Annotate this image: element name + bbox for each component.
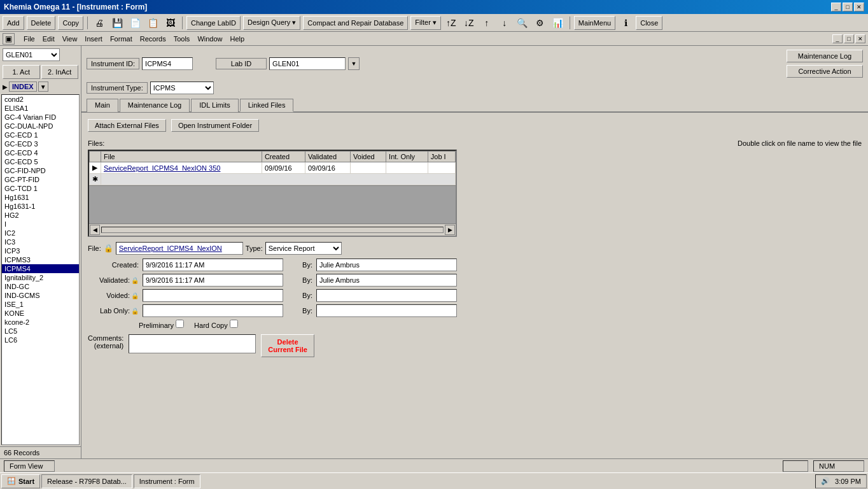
list-item[interactable]: Ignitability_2 [2, 273, 79, 282]
design-query-button[interactable]: Design Query ▾ [243, 16, 300, 30]
voided-date-input[interactable] [143, 289, 283, 302]
start-button[interactable]: 🪟 Start [1, 474, 40, 488]
list-item[interactable]: GC-ECD 3 [2, 139, 79, 148]
validated-by-input[interactable] [316, 274, 457, 287]
act-2-button[interactable]: 2. InAct [41, 65, 79, 79]
menu-format[interactable]: Format [106, 34, 136, 44]
list-item[interactable]: KONE [2, 309, 79, 318]
list-item[interactable]: GC-ECD 5 [2, 157, 79, 166]
instrument-type-select[interactable]: ICPMS [150, 82, 214, 94]
type-select[interactable]: Service Report Other Certificate Manual [265, 242, 342, 255]
list-item[interactable]: LC5 [2, 327, 79, 336]
attach-external-files-button[interactable]: Attach External Files [88, 119, 166, 132]
menu-help[interactable]: Help [227, 34, 249, 44]
list-item[interactable]: ICP3 [2, 246, 79, 255]
taskbar-item-instrument[interactable]: Instrument : Form [134, 474, 200, 488]
act-1-button[interactable]: 1. Act [3, 65, 40, 79]
voided-by-input[interactable] [316, 289, 457, 302]
menu-records[interactable]: Records [136, 34, 170, 44]
sort-az-icon[interactable]: ↑Z [444, 16, 459, 30]
tab-linked-files[interactable]: Linked Files [240, 99, 294, 112]
list-item[interactable]: LC6 [2, 336, 79, 344]
taskbar-item-database[interactable]: Release - R79F8 Datab... [41, 474, 132, 488]
scroll-track[interactable] [101, 227, 444, 233]
inner-close[interactable]: ✕ [855, 34, 865, 43]
print-icon[interactable]: 🖨 [92, 16, 107, 30]
chart-icon[interactable]: 📊 [550, 16, 566, 30]
inner-maximize[interactable]: □ [844, 34, 854, 43]
list-item[interactable]: cond2 [2, 95, 79, 104]
corrective-action-button[interactable]: Corrective Action [787, 65, 863, 78]
info-icon[interactable]: ℹ [618, 16, 633, 30]
instrument-id-input[interactable] [142, 57, 193, 70]
list-item[interactable]: Hg1631 [2, 193, 79, 202]
settings-icon[interactable]: ⚙ [533, 16, 548, 30]
filter-button[interactable]: Filter ▾ [410, 16, 441, 30]
list-item[interactable]: GC-DUAL-NPD [2, 122, 79, 131]
hard-copy-checkbox[interactable] [230, 320, 238, 328]
tab-main[interactable]: Main [87, 99, 118, 112]
close-button[interactable]: ✕ [854, 3, 864, 11]
filter-icon[interactable]: ▼ [38, 82, 48, 92]
list-item[interactable]: IC2 [2, 229, 79, 237]
tab-idl-limits[interactable]: IDL Limits [191, 99, 239, 112]
list-item[interactable]: ISE_1 [2, 300, 79, 309]
lab-only-date-input[interactable] [143, 304, 283, 317]
lab-id-dropdown[interactable]: ▼ [348, 57, 360, 70]
open-instrument-folder-button[interactable]: Open Instrument Folder [171, 119, 259, 132]
copy-button[interactable]: Copy [58, 16, 83, 30]
list-item-icpms4[interactable]: ICPMS4 [2, 264, 79, 273]
menu-tools[interactable]: Tools [170, 34, 194, 44]
comments-input[interactable] [129, 334, 256, 353]
menu-insert[interactable]: Insert [81, 34, 106, 44]
inner-minimize[interactable]: _ [832, 34, 843, 43]
menu-window[interactable]: Window [193, 34, 226, 44]
menu-file[interactable]: File [20, 34, 39, 44]
menu-edit[interactable]: Edit [39, 34, 59, 44]
list-item[interactable]: GC-PT-FID [2, 175, 79, 184]
list-item[interactable]: IND-GC [2, 282, 79, 291]
menu-view[interactable]: View [59, 34, 81, 44]
list-item[interactable]: kcone-2 [2, 318, 79, 327]
maximize-button[interactable]: □ [843, 3, 853, 11]
sort-desc-icon[interactable]: ↓ [497, 16, 512, 30]
cell-file[interactable]: ServiceReport_ICPMS4_NexION 350 [101, 162, 262, 174]
list-item[interactable]: GC-FID-NPD [2, 166, 79, 175]
add-button[interactable]: Add [3, 16, 24, 30]
lab-select[interactable]: GLEN01 [3, 48, 60, 61]
search-icon[interactable]: 🔍 [515, 16, 530, 30]
compact-repair-button[interactable]: Compact and Repair Database [303, 16, 408, 30]
save-icon[interactable]: 💾 [109, 16, 125, 30]
list-item[interactable]: ELISA1 [2, 104, 79, 113]
tab-maintenance-log[interactable]: Maintenance Log [120, 99, 190, 112]
sort-za-icon[interactable]: ↓Z [461, 16, 477, 30]
list-item[interactable]: Hg1631-1 [2, 202, 79, 211]
list-item[interactable]: GC-ECD 1 [2, 131, 79, 139]
created-by-input[interactable] [316, 259, 457, 271]
maintenance-log-button[interactable]: Maintenance Log [787, 50, 863, 62]
list-item[interactable]: ICPMS3 [2, 255, 79, 264]
file-name-input[interactable] [116, 242, 243, 255]
instrument-list[interactable]: cond2 ELISA1 GC-4 Varian FID GC-DUAL-NPD… [1, 94, 80, 445]
list-item[interactable]: GC-ECD 4 [2, 148, 79, 157]
minimize-button[interactable]: _ [831, 3, 841, 11]
preliminary-checkbox[interactable] [176, 320, 184, 328]
delete-current-file-button[interactable]: Delete Current File [261, 334, 314, 357]
image-icon[interactable]: 🖼 [163, 16, 178, 30]
toolbar-close-button[interactable]: Close [636, 16, 662, 30]
lab-only-by-input[interactable] [316, 304, 457, 317]
list-item[interactable]: HG2 [2, 211, 79, 220]
change-labid-button[interactable]: Change LabID [186, 16, 241, 30]
lab-id-input[interactable] [269, 57, 346, 70]
list-item[interactable]: IND-GCMS [2, 291, 79, 300]
list-item[interactable]: I [2, 220, 79, 229]
scroll-left-button[interactable]: ◀ [90, 225, 100, 235]
index-arrow[interactable]: ▶ [3, 83, 8, 90]
clipboard-icon[interactable]: 📋 [145, 16, 160, 30]
mainmenu-button[interactable]: MainMenu [574, 16, 615, 30]
new-icon[interactable]: 📄 [127, 16, 143, 30]
sort-asc-icon[interactable]: ↑ [479, 16, 494, 30]
list-item[interactable]: GC-TCD 1 [2, 184, 79, 193]
list-item[interactable]: IC3 [2, 237, 79, 246]
scroll-right-button[interactable]: ▶ [445, 225, 455, 235]
